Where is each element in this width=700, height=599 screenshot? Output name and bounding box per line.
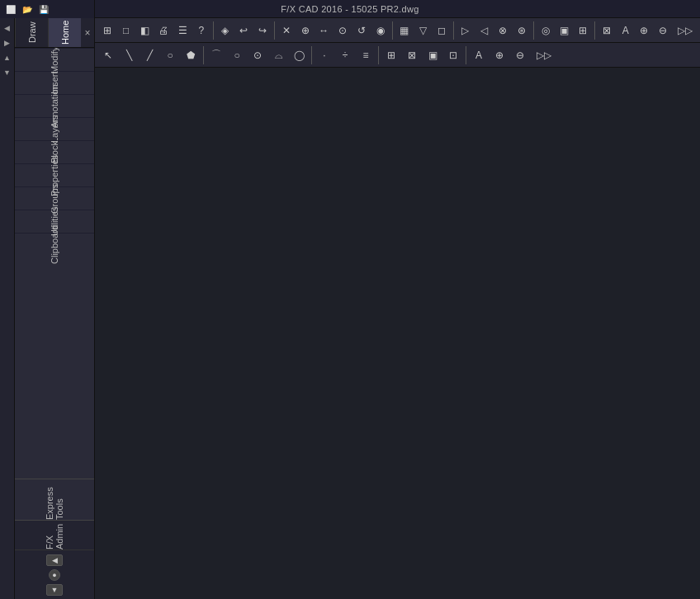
qa-open[interactable]: 📂: [20, 2, 35, 16]
tool2-arrow[interactable]: ↖: [98, 45, 118, 65]
canvas-area[interactable]: [95, 68, 700, 599]
collapse-down-btn[interactable]: ▼: [46, 584, 63, 596]
tool-new[interactable]: ⊞: [98, 21, 116, 40]
tool-x[interactable]: ✕: [277, 21, 296, 40]
tool2-divide[interactable]: ÷: [335, 45, 355, 65]
tool2-pline[interactable]: ╱: [140, 45, 159, 65]
tool-gradient[interactable]: ▽: [414, 21, 432, 40]
tool2-measure[interactable]: ≡: [356, 45, 376, 65]
tool2-expand[interactable]: ▷▷: [531, 45, 557, 65]
vtab-list: Modify Insert Annotation Layers Block Pr…: [15, 48, 94, 479]
collapse-left-btn[interactable]: ◀: [46, 554, 63, 566]
tool-plot[interactable]: 🖨: [154, 21, 173, 40]
fx-admin-label: F/X Admin: [45, 521, 64, 549]
sep2-2: [311, 46, 312, 64]
tool-hatch[interactable]: ▦: [395, 21, 413, 40]
qa-new[interactable]: ⬜: [3, 2, 18, 16]
strip-btn-2[interactable]: ▶: [1, 36, 14, 50]
vtab-header: Draw Home ×: [15, 18, 94, 48]
strip-btn-3[interactable]: ▲: [1, 51, 14, 64]
tab-draw[interactable]: Draw: [15, 18, 48, 47]
tool-redo[interactable]: ↪: [253, 21, 272, 40]
tool2-circle2[interactable]: ○: [227, 45, 247, 65]
quick-access-toolbar: ⬜ 📂 💾: [0, 0, 95, 18]
tool2-rect[interactable]: ⬟: [181, 45, 201, 65]
toolbar-row-1: ⊞ □ ◧ 🖨 ☰ ? ◈ ↩ ↪ ✕ ⊕ ↔ ⊙ ↺ ◉ ▦ ▽ ◻ ▷ ◁ …: [95, 18, 700, 43]
tool-revcloud[interactable]: ⊛: [513, 21, 531, 40]
tool-help[interactable]: ?: [192, 21, 210, 40]
tool-mtext[interactable]: A: [617, 21, 635, 40]
tool2-donut[interactable]: ⊙: [248, 45, 267, 65]
collapse-circle-btn[interactable]: ●: [49, 569, 60, 581]
left-panel: ◀ ▶ ▲ ▼ Draw Home × Modify Insert Annota…: [0, 18, 95, 599]
sep-6: [594, 21, 595, 40]
tool2-polygon[interactable]: ○: [160, 45, 180, 65]
sep2-4: [466, 46, 466, 64]
vtab-express-tools[interactable]: Express Tools: [15, 479, 94, 520]
sep-2: [274, 21, 275, 40]
tool2-zoomin[interactable]: ⊕: [490, 45, 509, 65]
vtab-footer: ◀ ● ▼: [15, 549, 94, 599]
vtab-modify[interactable]: Modify: [15, 48, 94, 71]
tool2-arc[interactable]: ⌒: [206, 45, 226, 65]
vtab-clipboard[interactable]: Clipboard: [15, 233, 94, 256]
tool2-point[interactable]: ·: [315, 45, 334, 65]
vtab-annotation[interactable]: Annotation: [15, 94, 94, 117]
tool-preview[interactable]: ☰: [173, 21, 192, 40]
tool-region[interactable]: ▷: [456, 21, 475, 40]
tool-zoom-out[interactable]: ⊖: [654, 21, 672, 40]
tool2-spline[interactable]: ⌓: [268, 45, 288, 65]
tool-expand[interactable]: ▷▷: [673, 21, 697, 40]
tool-undo[interactable]: ↩: [234, 21, 253, 40]
tool-cloud[interactable]: ◁: [475, 21, 493, 40]
tool-block[interactable]: ◎: [537, 21, 555, 40]
tool2-table2[interactable]: ⊡: [443, 45, 463, 65]
vtab-fx-admin[interactable]: F/X Admin: [15, 520, 94, 549]
tab-home[interactable]: Home: [48, 18, 81, 47]
tool-radial[interactable]: ◉: [371, 21, 390, 40]
strip-btn-1[interactable]: ◀: [1, 21, 14, 35]
tool-attdef[interactable]: ⊞: [574, 21, 592, 40]
tool-plus[interactable]: ⊕: [296, 21, 315, 40]
tool-boundary[interactable]: ◻: [433, 21, 451, 40]
tool2-plot2[interactable]: ⊞: [381, 45, 401, 65]
qa-save[interactable]: 💾: [36, 2, 51, 16]
express-tools-label: Express Tools: [45, 479, 64, 520]
strip-btn-4[interactable]: ▼: [1, 66, 14, 79]
sep2-3: [378, 46, 379, 64]
title-text: F/X CAD 2016 - 15025 PR2.dwg: [281, 4, 419, 14]
title-bar: F/X CAD 2016 - 15025 PR2.dwg: [0, 0, 700, 18]
sep-5: [533, 21, 534, 40]
sep-3: [392, 21, 393, 40]
tool2-camera[interactable]: ▣: [423, 45, 442, 65]
sep-1: [213, 21, 214, 40]
tool-save[interactable]: ◧: [136, 21, 154, 40]
vertical-tabs-panel: Draw Home × Modify Insert Annotation Lay…: [15, 18, 95, 599]
tool2-view[interactable]: ⊠: [402, 45, 422, 65]
tool-table[interactable]: ⊠: [598, 21, 616, 40]
sep2-1: [203, 46, 204, 64]
tool-circle[interactable]: ⊙: [333, 21, 352, 40]
tool-wipe[interactable]: ⊗: [494, 21, 512, 40]
tool2-line[interactable]: ╲: [119, 45, 139, 65]
tool-match[interactable]: ◈: [216, 21, 234, 40]
toolbar-row-2: ↖ ╲ ╱ ○ ⬟ ⌒ ○ ⊙ ⌓ ◯ · ÷ ≡ ⊞ ⊠ ▣ ⊡ A ⊕ ⊖ …: [95, 43, 700, 68]
tool-zoom-in[interactable]: ⊕: [636, 21, 654, 40]
tool-rotate[interactable]: ↺: [352, 21, 371, 40]
vtab-layers[interactable]: Layers: [15, 117, 94, 140]
tool-offset[interactable]: ↔: [315, 21, 333, 40]
tool2-ellipse[interactable]: ◯: [289, 45, 309, 65]
tab-close[interactable]: ×: [81, 18, 94, 47]
icon-strip: ◀ ▶ ▲ ▼: [0, 18, 15, 599]
tool2-zoomout[interactable]: ⊖: [510, 45, 530, 65]
tool2-textA[interactable]: A: [469, 45, 489, 65]
tool-insert[interactable]: ▣: [556, 21, 574, 40]
tool-open[interactable]: □: [117, 21, 135, 40]
sep-4: [453, 21, 454, 40]
